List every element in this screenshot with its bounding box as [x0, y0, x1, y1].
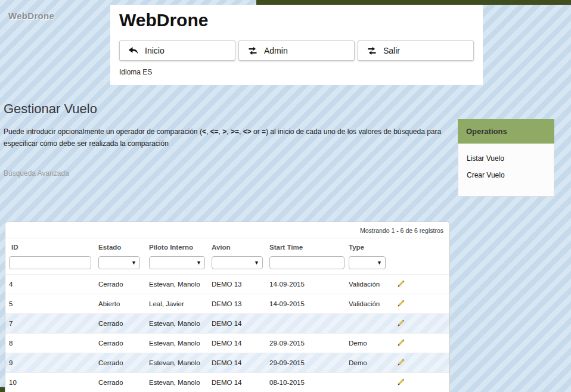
cell-avion: DEMO 14 — [208, 353, 266, 373]
records-summary: Mostrando 1 - 6 de 6 registros — [5, 222, 449, 238]
app-logo: WebDrone — [8, 11, 54, 21]
table-row: 5AbiertoLeal, JavierDEMO 1314-09-2015Val… — [5, 294, 449, 314]
section-heading: Gestionar Vuelo — [4, 101, 97, 117]
operations-title: Operations — [458, 119, 554, 144]
table-row: 8CerradoEstevan, ManoloDEMO 1429-09-2015… — [5, 334, 449, 353]
operations-panel: Operations Listar Vuelo Crear Vuelo — [458, 119, 554, 197]
cell-piloto: Leal, Javier — [145, 294, 208, 314]
table-body: 4CerradoEstevan, ManoloDEMO 1314-09-2015… — [5, 275, 449, 392]
cell-start: 08-10-2015 — [266, 373, 345, 392]
cell-piloto: Estevan, Manolo — [145, 353, 208, 373]
cell-start: 29-09-2015 — [266, 353, 345, 373]
column-header-id[interactable]: ID — [5, 238, 95, 254]
cell-id: 8 — [5, 334, 95, 353]
page-title: WebDrone — [119, 8, 474, 32]
cell-piloto: Estevan, Manolo — [145, 314, 208, 334]
edit-row-button[interactable] — [396, 357, 406, 367]
header: WebDrone Inicio Admin Salir Idioma ES — [110, 5, 483, 85]
column-header-avion[interactable]: Avion — [208, 238, 266, 254]
pencil-icon — [396, 279, 406, 288]
advanced-search-link[interactable]: Búsqueda Avanzada — [4, 169, 69, 178]
table-row: 7CerradoEstevan, ManoloDEMO 14 — [5, 314, 449, 334]
cell-start — [266, 314, 345, 334]
column-header-estado[interactable]: Estado — [95, 238, 145, 254]
transfer-icon — [247, 46, 258, 55]
operations-body: Listar Vuelo Crear Vuelo — [458, 144, 554, 197]
edit-row-button[interactable] — [396, 377, 406, 387]
cell-type — [345, 373, 393, 392]
cell-start: 29-09-2015 — [266, 334, 345, 353]
cell-type: Validación — [345, 275, 393, 294]
cell-estado: Abierto — [95, 294, 145, 314]
cell-actions — [393, 353, 449, 373]
operations-link-listar-vuelo[interactable]: Listar Vuelo — [467, 154, 545, 163]
top-accent-bar — [256, 0, 571, 5]
cell-actions — [393, 275, 449, 294]
nav-button-label: Salir — [383, 46, 400, 55]
nav-button-admin[interactable]: Admin — [238, 41, 355, 61]
filter-avion-select[interactable]: ▼ — [212, 256, 263, 269]
pencil-icon — [396, 298, 406, 308]
cell-estado: Cerrado — [95, 314, 145, 334]
language-selector[interactable]: Idioma ES — [119, 68, 152, 76]
cell-avion: DEMO 14 — [208, 373, 266, 392]
filter-type-select[interactable]: ▼ — [349, 256, 386, 269]
cell-estado: Cerrado — [95, 275, 145, 294]
cell-start: 14-09-2015 — [266, 275, 345, 294]
cell-id: 9 — [5, 353, 95, 373]
edit-row-button[interactable] — [396, 298, 406, 308]
cell-actions — [393, 294, 449, 314]
table-header-row: ID Estado Piloto Interno Avion Start Tim… — [5, 238, 449, 254]
filter-row: ▼ ▼ ▼ ▼ — [5, 254, 449, 275]
filter-piloto-select[interactable]: ▼ — [149, 256, 205, 269]
cell-type: Demo — [345, 353, 393, 373]
cell-estado: Cerrado — [95, 373, 145, 392]
chevron-down-icon: ▼ — [196, 260, 201, 266]
cell-start: 14-09-2015 — [266, 294, 345, 314]
column-header-piloto[interactable]: Piloto Interno — [145, 238, 208, 254]
edit-row-button[interactable] — [396, 318, 406, 328]
cell-type: Validación — [345, 294, 393, 314]
cell-avion: DEMO 13 — [208, 294, 266, 314]
cell-id: 7 — [5, 314, 95, 334]
filter-start-time-input[interactable] — [269, 256, 345, 269]
cell-avion: DEMO 14 — [208, 334, 266, 353]
flights-table: ID Estado Piloto Interno Avion Start Tim… — [5, 238, 449, 392]
search-help-text: Puede introducir opcionalmente un operad… — [4, 126, 449, 150]
transfer-icon — [367, 46, 377, 55]
nav-button-label: Inicio — [145, 46, 165, 55]
nav-button-inicio[interactable]: Inicio — [119, 41, 235, 61]
nav-bar: Inicio Admin Salir — [119, 41, 474, 61]
cell-id: 10 — [5, 373, 95, 392]
cell-piloto: Estevan, Manolo — [145, 275, 208, 294]
filter-estado-select[interactable]: ▼ — [98, 256, 140, 269]
column-header-start-time[interactable]: Start Time — [266, 238, 345, 254]
cell-piloto: Estevan, Manolo — [145, 334, 208, 353]
chevron-down-icon: ▼ — [131, 260, 136, 266]
pencil-icon — [396, 377, 406, 387]
edit-row-button[interactable] — [396, 338, 406, 347]
table-row: 9CerradoEstevan, ManoloDEMO 1429-09-2015… — [5, 353, 449, 373]
cell-type: Demo — [345, 334, 393, 353]
pencil-icon — [396, 338, 406, 347]
pencil-icon — [396, 318, 406, 328]
cell-id: 4 — [5, 275, 95, 294]
table-row: 10CerradoEstevan, ManoloDEMO 1408-10-201… — [5, 373, 449, 392]
edit-row-button[interactable] — [396, 279, 406, 288]
filter-id-input[interactable] — [9, 256, 91, 269]
chevron-down-icon: ▼ — [254, 260, 259, 266]
flights-table-container: Mostrando 1 - 6 de 6 registros ID Estado… — [5, 222, 450, 392]
back-arrow-icon — [128, 46, 139, 55]
cell-type — [345, 314, 393, 334]
cell-id: 5 — [5, 294, 95, 314]
cell-avion: DEMO 14 — [208, 314, 266, 334]
table-row: 4CerradoEstevan, ManoloDEMO 1314-09-2015… — [5, 275, 449, 294]
cell-avion: DEMO 13 — [208, 275, 266, 294]
pencil-icon — [396, 357, 406, 367]
operations-link-crear-vuelo[interactable]: Crear Vuelo — [467, 171, 545, 179]
cell-piloto: Estevan, Manolo — [145, 373, 208, 392]
cell-actions — [393, 334, 449, 353]
cell-actions — [393, 373, 449, 392]
column-header-type[interactable]: Type — [345, 238, 393, 254]
nav-button-salir[interactable]: Salir — [358, 41, 474, 61]
